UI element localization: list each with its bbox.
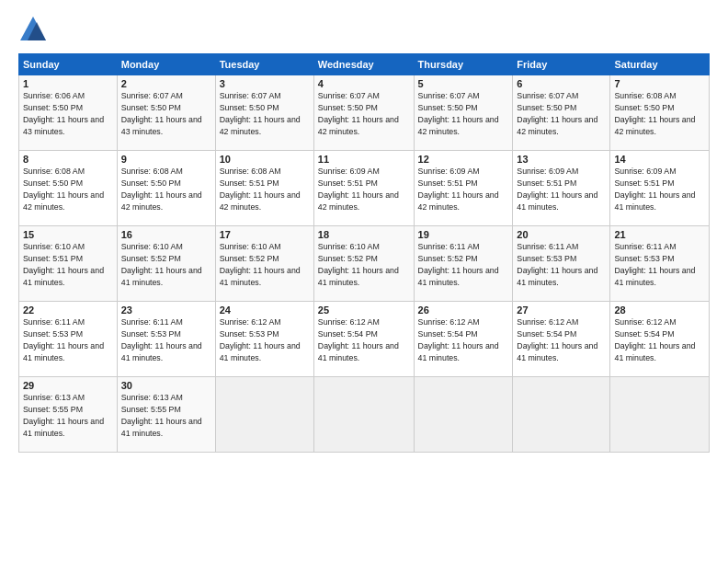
day-info: Sunrise: 6:09 AMSunset: 5:51 PMDaylight:… [318, 167, 399, 212]
day-of-week-header: Tuesday [215, 54, 313, 75]
calendar-day-cell: 19 Sunrise: 6:11 AMSunset: 5:52 PMDaylig… [414, 226, 513, 302]
day-info: Sunrise: 6:10 AMSunset: 5:52 PMDaylight:… [318, 242, 399, 287]
calendar-week-row: 8 Sunrise: 6:08 AMSunset: 5:50 PMDayligh… [19, 151, 710, 226]
calendar-day-cell: 24 Sunrise: 6:12 AMSunset: 5:53 PMDaylig… [215, 302, 313, 377]
calendar-day-cell: 4 Sunrise: 6:07 AMSunset: 5:50 PMDayligh… [313, 75, 414, 151]
calendar-day-cell [414, 377, 513, 453]
day-number: 18 [318, 229, 410, 240]
calendar-day-cell: 11 Sunrise: 6:09 AMSunset: 5:51 PMDaylig… [313, 151, 414, 226]
day-info: Sunrise: 6:07 AMSunset: 5:50 PMDaylight:… [220, 91, 301, 136]
calendar-day-cell: 22 Sunrise: 6:11 AMSunset: 5:53 PMDaylig… [19, 302, 118, 377]
calendar-day-cell: 16 Sunrise: 6:10 AMSunset: 5:52 PMDaylig… [117, 226, 215, 302]
calendar-week-row: 15 Sunrise: 6:10 AMSunset: 5:51 PMDaylig… [19, 226, 710, 302]
calendar-day-cell: 9 Sunrise: 6:08 AMSunset: 5:50 PMDayligh… [117, 151, 215, 226]
calendar-day-cell: 14 Sunrise: 6:09 AMSunset: 5:51 PMDaylig… [610, 151, 710, 226]
day-info: Sunrise: 6:11 AMSunset: 5:53 PMDaylight:… [121, 317, 202, 362]
day-of-week-header: Friday [513, 54, 610, 75]
day-info: Sunrise: 6:08 AMSunset: 5:50 PMDaylight:… [614, 91, 695, 136]
calendar-day-cell: 10 Sunrise: 6:08 AMSunset: 5:51 PMDaylig… [215, 151, 313, 226]
day-number: 13 [517, 154, 606, 165]
day-number: 22 [23, 304, 113, 316]
day-number: 1 [23, 78, 113, 89]
day-number: 14 [614, 154, 705, 165]
calendar-body: 1 Sunrise: 6:06 AMSunset: 5:50 PMDayligh… [19, 75, 710, 453]
day-number: 30 [121, 380, 211, 391]
calendar-day-cell: 2 Sunrise: 6:07 AMSunset: 5:50 PMDayligh… [117, 75, 215, 151]
day-info: Sunrise: 6:12 AMSunset: 5:54 PMDaylight:… [418, 317, 499, 362]
day-number: 23 [121, 304, 211, 316]
day-info: Sunrise: 6:10 AMSunset: 5:52 PMDaylight:… [121, 242, 202, 287]
day-number: 12 [418, 154, 509, 165]
day-number: 16 [121, 229, 211, 240]
calendar-day-cell: 26 Sunrise: 6:12 AMSunset: 5:54 PMDaylig… [414, 302, 513, 377]
day-info: Sunrise: 6:11 AMSunset: 5:52 PMDaylight:… [418, 242, 499, 287]
day-number: 27 [517, 304, 606, 316]
day-info: Sunrise: 6:07 AMSunset: 5:50 PMDaylight:… [517, 91, 597, 136]
day-number: 6 [517, 78, 606, 89]
day-number: 7 [614, 78, 705, 89]
calendar-week-row: 22 Sunrise: 6:11 AMSunset: 5:53 PMDaylig… [19, 302, 710, 377]
day-info: Sunrise: 6:11 AMSunset: 5:53 PMDaylight:… [23, 317, 104, 362]
calendar-day-cell [313, 377, 414, 453]
calendar-day-cell: 23 Sunrise: 6:11 AMSunset: 5:53 PMDaylig… [117, 302, 215, 377]
logo-icon [18, 15, 48, 44]
page: SundayMondayTuesdayWednesdayThursdayFrid… [0, 0, 728, 563]
day-info: Sunrise: 6:13 AMSunset: 5:55 PMDaylight:… [121, 393, 202, 438]
calendar-day-cell: 13 Sunrise: 6:09 AMSunset: 5:51 PMDaylig… [513, 151, 610, 226]
day-number: 17 [220, 229, 310, 240]
day-number: 25 [318, 304, 410, 316]
header [18, 15, 710, 44]
day-number: 28 [614, 304, 705, 316]
day-info: Sunrise: 6:10 AMSunset: 5:51 PMDaylight:… [23, 242, 104, 287]
day-info: Sunrise: 6:11 AMSunset: 5:53 PMDaylight:… [614, 242, 695, 287]
calendar-day-cell [513, 377, 610, 453]
day-number: 29 [23, 380, 113, 391]
day-number: 9 [121, 154, 211, 165]
calendar-day-cell: 5 Sunrise: 6:07 AMSunset: 5:50 PMDayligh… [414, 75, 513, 151]
day-info: Sunrise: 6:10 AMSunset: 5:52 PMDaylight:… [220, 242, 301, 287]
calendar-day-cell: 21 Sunrise: 6:11 AMSunset: 5:53 PMDaylig… [610, 226, 710, 302]
day-info: Sunrise: 6:07 AMSunset: 5:50 PMDaylight:… [418, 91, 499, 136]
calendar-week-row: 29 Sunrise: 6:13 AMSunset: 5:55 PMDaylig… [19, 377, 710, 453]
day-number: 21 [614, 229, 705, 240]
calendar-day-cell: 17 Sunrise: 6:10 AMSunset: 5:52 PMDaylig… [215, 226, 313, 302]
day-of-week-header: Monday [117, 54, 215, 75]
calendar-day-cell: 25 Sunrise: 6:12 AMSunset: 5:54 PMDaylig… [313, 302, 414, 377]
calendar-day-cell: 7 Sunrise: 6:08 AMSunset: 5:50 PMDayligh… [610, 75, 710, 151]
day-number: 15 [23, 229, 113, 240]
calendar-day-cell: 18 Sunrise: 6:10 AMSunset: 5:52 PMDaylig… [313, 226, 414, 302]
calendar-day-cell: 8 Sunrise: 6:08 AMSunset: 5:50 PMDayligh… [19, 151, 118, 226]
calendar-day-cell: 12 Sunrise: 6:09 AMSunset: 5:51 PMDaylig… [414, 151, 513, 226]
day-info: Sunrise: 6:09 AMSunset: 5:51 PMDaylight:… [418, 167, 499, 212]
day-info: Sunrise: 6:13 AMSunset: 5:55 PMDaylight:… [23, 393, 104, 438]
calendar-week-row: 1 Sunrise: 6:06 AMSunset: 5:50 PMDayligh… [19, 75, 710, 151]
day-number: 10 [220, 154, 310, 165]
day-info: Sunrise: 6:08 AMSunset: 5:50 PMDaylight:… [23, 167, 104, 212]
day-info: Sunrise: 6:06 AMSunset: 5:50 PMDaylight:… [23, 91, 104, 136]
day-info: Sunrise: 6:07 AMSunset: 5:50 PMDaylight:… [121, 91, 202, 136]
calendar-day-cell: 20 Sunrise: 6:11 AMSunset: 5:53 PMDaylig… [513, 226, 610, 302]
day-info: Sunrise: 6:12 AMSunset: 5:53 PMDaylight:… [220, 317, 301, 362]
day-number: 19 [418, 229, 509, 240]
day-of-week-header: Thursday [414, 54, 513, 75]
day-info: Sunrise: 6:12 AMSunset: 5:54 PMDaylight:… [614, 317, 695, 362]
day-info: Sunrise: 6:09 AMSunset: 5:51 PMDaylight:… [614, 167, 695, 212]
day-number: 24 [220, 304, 310, 316]
day-info: Sunrise: 6:12 AMSunset: 5:54 PMDaylight:… [517, 317, 597, 362]
day-number: 3 [220, 78, 310, 89]
calendar-day-cell [215, 377, 313, 453]
calendar-day-cell: 15 Sunrise: 6:10 AMSunset: 5:51 PMDaylig… [19, 226, 118, 302]
day-number: 26 [418, 304, 509, 316]
day-number: 8 [23, 154, 113, 165]
day-info: Sunrise: 6:11 AMSunset: 5:53 PMDaylight:… [517, 242, 597, 287]
calendar-day-cell: 29 Sunrise: 6:13 AMSunset: 5:55 PMDaylig… [19, 377, 118, 453]
calendar-day-cell: 6 Sunrise: 6:07 AMSunset: 5:50 PMDayligh… [513, 75, 610, 151]
day-info: Sunrise: 6:07 AMSunset: 5:50 PMDaylight:… [318, 91, 399, 136]
calendar-day-cell [610, 377, 710, 453]
logo [18, 15, 48, 44]
day-number: 5 [418, 78, 509, 89]
day-info: Sunrise: 6:12 AMSunset: 5:54 PMDaylight:… [318, 317, 399, 362]
day-of-week-header: Wednesday [313, 54, 414, 75]
day-info: Sunrise: 6:08 AMSunset: 5:51 PMDaylight:… [220, 167, 301, 212]
calendar-header: SundayMondayTuesdayWednesdayThursdayFrid… [19, 54, 710, 75]
